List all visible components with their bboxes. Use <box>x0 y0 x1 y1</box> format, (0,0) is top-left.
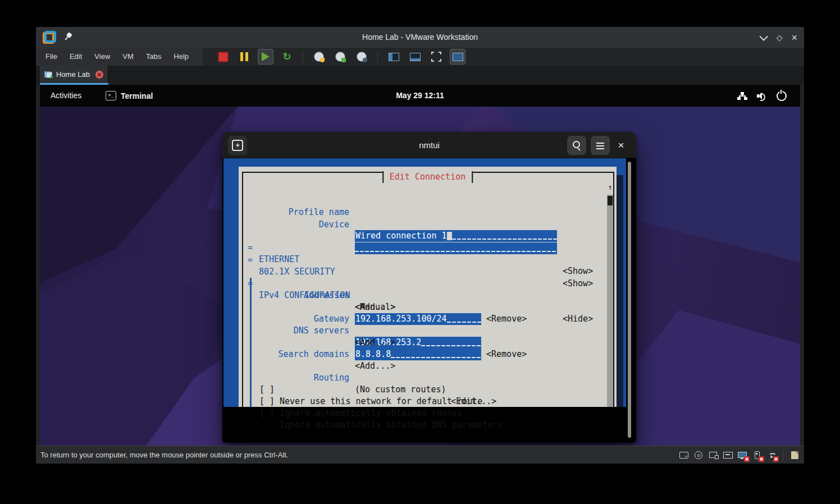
terminal-headerbar[interactable]: + nmtui × <box>222 132 636 158</box>
menu-help[interactable]: Help <box>167 48 195 66</box>
vmware-window: Home Lab - VMware Workstation ◇ × File E… <box>36 27 804 464</box>
tab-close-icon[interactable] <box>95 71 103 79</box>
dns-input[interactable]: 8.8.8.8 <box>355 349 481 360</box>
stop-icon <box>218 52 229 62</box>
dns-row: DNS servers 8.8.8.8 <Remove> <box>239 313 617 325</box>
library-panel-icon <box>389 53 399 61</box>
reset-icon: ↻ <box>282 52 291 62</box>
device-row: Device <box>239 207 617 219</box>
terminal-window: + nmtui × Edit Connection <box>222 132 636 443</box>
revert-snapshot-icon <box>335 52 345 62</box>
console-view-icon <box>410 53 421 61</box>
gnome-top-bar: Activities >_ Terminal May 29 12:11 <box>40 85 800 107</box>
vm-icon <box>44 71 52 78</box>
menu-vm[interactable]: VM <box>116 48 140 66</box>
menu-file[interactable]: File <box>39 48 63 66</box>
snapshot-manager-icon <box>357 52 367 62</box>
add-address-row: <Add...> <box>239 290 617 301</box>
gateway-row: Gateway 192.168.253.2 <box>239 301 617 313</box>
section-ethernet: = ETHERNET <Show> <box>239 230 617 242</box>
maximize-button[interactable]: ◇ <box>777 34 783 42</box>
checkbox-ignore-routes[interactable]: [ ] Ignore automatically obtained routes <box>239 384 617 396</box>
power-on-button[interactable] <box>258 49 273 65</box>
snapshot-icon <box>314 52 324 62</box>
routing-row: Routing (No custom routes) <Edit...> <box>239 360 617 372</box>
search-domains-row: Search domains <Add...> <box>239 337 617 349</box>
section-ipv4: = IPv4 CONFIGURATION <Manual> <Hide> <box>239 266 617 278</box>
network-wired-icon[interactable] <box>737 92 747 100</box>
section-8021x: = 802.1X SECURITY <Show> <box>239 242 617 254</box>
power-off-button[interactable] <box>215 49 231 65</box>
dialog-scrollbar-track[interactable] <box>607 195 613 407</box>
usb-device-disconnected-icon[interactable] <box>752 450 762 460</box>
volume-icon[interactable] <box>757 92 767 100</box>
wifi-disconnected-icon[interactable] <box>766 450 777 460</box>
tab-label: Home Lab <box>56 70 95 79</box>
vm-console-screen: Activities >_ Terminal May 29 12:11 + nm… <box>40 85 800 446</box>
dns-remove-button[interactable]: <Remove> <box>486 349 527 360</box>
menu-bar: File Edit View VM Tabs Help ↻ <box>36 48 804 66</box>
dialog-scrollbar-thumb[interactable] <box>608 196 613 205</box>
close-button[interactable]: × <box>791 33 797 42</box>
statusbar-divider <box>783 450 783 461</box>
window-title: Home Lab - VMware Workstation <box>36 27 804 48</box>
terminal-content: Edit Connection Profile name Wired conne… <box>222 158 636 443</box>
unity-view-icon <box>453 53 463 61</box>
checkbox-ignore-dns[interactable]: [ ] Ignore automatically obtained DNS pa… <box>239 396 617 407</box>
addresses-row: Addresses 192.168.253.100/24 <Remove> <box>239 278 617 290</box>
pause-icon <box>240 52 248 61</box>
power-icon[interactable] <box>777 91 787 101</box>
menu-edit[interactable]: Edit <box>63 48 88 66</box>
scroll-up-arrow[interactable]: ↑ <box>606 182 614 193</box>
show-library-button[interactable] <box>386 49 401 65</box>
nmtui-screen: Edit Connection Profile name Wired conne… <box>223 158 626 407</box>
hard-disk-icon[interactable] <box>679 450 689 460</box>
clock[interactable]: May 29 12:11 <box>40 85 800 107</box>
tab-bar: Home Lab <box>36 66 804 85</box>
revert-snapshot-button[interactable] <box>332 49 348 65</box>
message-log-icon[interactable] <box>789 450 800 460</box>
terminal-scrollbar-thumb[interactable] <box>628 162 631 438</box>
desktop-wallpaper: + nmtui × Edit Connection <box>40 107 800 446</box>
terminal-close-icon[interactable]: × <box>611 136 631 155</box>
manage-snapshots-button[interactable] <box>354 49 369 65</box>
vmware-status-bar: To return to your computer, move the mou… <box>36 446 804 464</box>
checkbox[interactable]: [ ] <box>259 407 275 419</box>
menu-tabs[interactable]: Tabs <box>140 48 167 66</box>
suspend-button[interactable] <box>236 49 252 65</box>
search-icon[interactable] <box>567 136 586 155</box>
usb-controller-icon[interactable] <box>723 450 733 460</box>
window-titlebar: Home Lab - VMware Workstation ◇ × <box>36 27 804 48</box>
tab-home-lab[interactable]: Home Lab <box>40 66 108 83</box>
checkbox-default-route[interactable]: [ ] Never use this network for default r… <box>239 372 617 384</box>
profile-name-row: Profile name Wired connection 1 <box>239 195 617 207</box>
play-icon <box>262 52 270 61</box>
dialog-shadow <box>617 175 623 407</box>
fullscreen-button[interactable] <box>428 49 444 65</box>
search-domains-label: Search domains <box>248 349 349 360</box>
take-snapshot-button[interactable] <box>311 49 327 65</box>
edit-connection-dialog: Edit Connection Profile name Wired conne… <box>239 167 617 407</box>
fullscreen-icon <box>431 52 441 62</box>
reset-button[interactable]: ↻ <box>279 49 295 65</box>
network-adapter-icon[interactable] <box>708 450 718 460</box>
section-marker: = <box>248 254 253 266</box>
dialog-title: Edit Connection <box>382 171 473 183</box>
device-label: Device <box>248 219 349 231</box>
add-dns-row: <Add...> <box>239 325 617 337</box>
cd-dvd-icon[interactable] <box>693 450 704 460</box>
status-message: To return to your computer, move the mou… <box>40 446 288 464</box>
console-view-button[interactable] <box>407 49 423 65</box>
menu-view[interactable]: View <box>88 48 116 66</box>
unity-view-button[interactable] <box>450 49 465 65</box>
hamburger-menu-icon[interactable] <box>591 136 610 155</box>
display-disconnected-icon[interactable] <box>737 450 747 460</box>
